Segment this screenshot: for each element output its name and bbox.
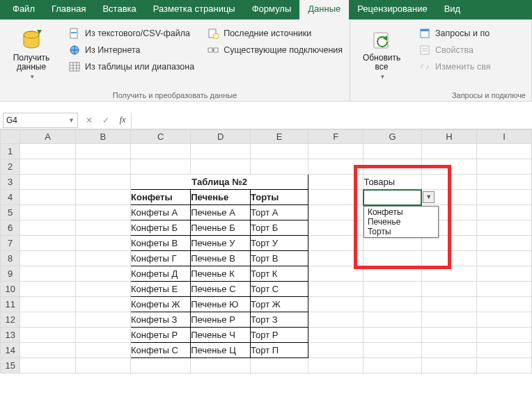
row-header-11[interactable]: 11: [1, 297, 20, 312]
cell-F6[interactable]: [308, 220, 363, 236]
accept-formula-button[interactable]: ✓: [97, 115, 114, 125]
cell-E5[interactable]: Торт А: [251, 205, 308, 220]
cell-C8[interactable]: Конфеты Г: [131, 251, 191, 266]
cell-E13[interactable]: Торт Р: [251, 328, 308, 343]
cell-I1[interactable]: [477, 144, 532, 159]
refresh-all-button[interactable]: Обновить все: [356, 22, 407, 86]
col-header-F[interactable]: F: [308, 130, 363, 144]
cell-D14[interactable]: Печенье Ц: [191, 343, 251, 358]
cell-C7[interactable]: Конфеты В: [131, 236, 191, 251]
cell-C2[interactable]: [131, 159, 191, 175]
formula-input[interactable]: [131, 113, 532, 128]
cell-B3[interactable]: [75, 175, 130, 190]
cell-B2[interactable]: [75, 159, 130, 175]
col-header-I[interactable]: I: [477, 130, 532, 144]
cell-E6[interactable]: Торт Б: [251, 220, 308, 236]
cell-E1[interactable]: [251, 144, 308, 159]
cell-F12[interactable]: [308, 312, 363, 328]
cell-H11[interactable]: [421, 297, 476, 312]
row-header-15[interactable]: 15: [1, 358, 20, 373]
tab-home[interactable]: Главная: [43, 0, 94, 19]
cell-C3[interactable]: Таблица №2: [131, 175, 308, 190]
cell-A8[interactable]: [20, 251, 75, 266]
cell-C5[interactable]: Конфеты А: [131, 205, 191, 220]
cell-H3[interactable]: [421, 175, 476, 190]
cell-I3[interactable]: [477, 175, 532, 190]
cell-G12[interactable]: [363, 312, 421, 328]
cell-C10[interactable]: Конфеты Е: [131, 282, 191, 297]
cell-G3[interactable]: Товары: [363, 175, 421, 190]
dropdown-option[interactable]: Печенье: [365, 217, 437, 227]
row-header-1[interactable]: 1: [1, 144, 20, 159]
cell-C9[interactable]: Конфеты Д: [131, 266, 191, 282]
name-box[interactable]: G4 ▼: [3, 113, 78, 128]
cell-B4[interactable]: [75, 190, 130, 205]
cell-F3[interactable]: [308, 175, 363, 190]
cell-I14[interactable]: [477, 343, 532, 358]
cell-G1[interactable]: [363, 144, 421, 159]
cell-G11[interactable]: [363, 297, 421, 312]
col-header-G[interactable]: G: [363, 130, 421, 144]
col-header-E[interactable]: E: [251, 130, 308, 144]
tab-review[interactable]: Рецензирование: [349, 0, 435, 19]
cell-F7[interactable]: [308, 236, 363, 251]
row-header-7[interactable]: 7: [1, 236, 20, 251]
cell-I4[interactable]: [477, 190, 532, 205]
row-header-10[interactable]: 10: [1, 282, 20, 297]
dropdown-list[interactable]: КонфетыПеченьеТорты: [363, 206, 439, 238]
cell-H7[interactable]: [421, 236, 476, 251]
cell-F11[interactable]: [308, 297, 363, 312]
cell-B9[interactable]: [75, 266, 130, 282]
cell-G9[interactable]: [363, 266, 421, 282]
cell-I11[interactable]: [477, 297, 532, 312]
cell-G7[interactable]: [363, 236, 421, 251]
from-web-button[interactable]: Из Интернета: [67, 42, 196, 58]
cell-D11[interactable]: Печенье Ю: [191, 297, 251, 312]
cell-F10[interactable]: [308, 282, 363, 297]
from-csv-button[interactable]: Из текстового/CSV-файла: [67, 25, 196, 42]
cell-E14[interactable]: Торт П: [251, 343, 308, 358]
cell-B5[interactable]: [75, 205, 130, 220]
cell-F5[interactable]: [308, 205, 363, 220]
col-header-A[interactable]: A: [20, 130, 75, 144]
tab-data[interactable]: Данные: [299, 0, 349, 19]
cell-F4[interactable]: [308, 190, 363, 205]
cell-D9[interactable]: Печенье К: [191, 266, 251, 282]
cell-H10[interactable]: [421, 282, 476, 297]
edit-links-button[interactable]: Изменить свя: [417, 58, 492, 75]
cell-H12[interactable]: [421, 312, 476, 328]
cell-I15[interactable]: [477, 358, 532, 373]
dropdown-option[interactable]: Торты: [365, 227, 437, 236]
cell-C6[interactable]: Конфеты Б: [131, 220, 191, 236]
row-header-5[interactable]: 5: [1, 205, 20, 220]
cell-B8[interactable]: [75, 251, 130, 266]
cell-D2[interactable]: [191, 159, 251, 175]
cell-I2[interactable]: [477, 159, 532, 175]
cell-H14[interactable]: [421, 343, 476, 358]
cell-F2[interactable]: [308, 159, 363, 175]
row-header-8[interactable]: 8: [1, 251, 20, 266]
cell-F9[interactable]: [308, 266, 363, 282]
cell-B15[interactable]: [75, 358, 130, 373]
cell-E8[interactable]: Торт В: [251, 251, 308, 266]
cell-G10[interactable]: [363, 282, 421, 297]
cell-A3[interactable]: [20, 175, 75, 190]
cell-G13[interactable]: [363, 328, 421, 343]
row-header-12[interactable]: 12: [1, 312, 20, 328]
tab-page-layout[interactable]: Разметка страницы: [145, 0, 244, 19]
cell-A5[interactable]: [20, 205, 75, 220]
select-all[interactable]: [1, 130, 20, 144]
cell-I13[interactable]: [477, 328, 532, 343]
cell-B11[interactable]: [75, 297, 130, 312]
cell-B6[interactable]: [75, 220, 130, 236]
cell-G14[interactable]: [363, 343, 421, 358]
cell-A2[interactable]: [20, 159, 75, 175]
tab-file[interactable]: Файл: [4, 0, 43, 19]
cell-B7[interactable]: [75, 236, 130, 251]
cell-C14[interactable]: Конфеты С: [131, 343, 191, 358]
cell-G8[interactable]: [363, 251, 421, 266]
cell-E10[interactable]: Торт С: [251, 282, 308, 297]
cell-E2[interactable]: [251, 159, 308, 175]
row-header-4[interactable]: 4: [1, 190, 20, 205]
cell-A14[interactable]: [20, 343, 75, 358]
